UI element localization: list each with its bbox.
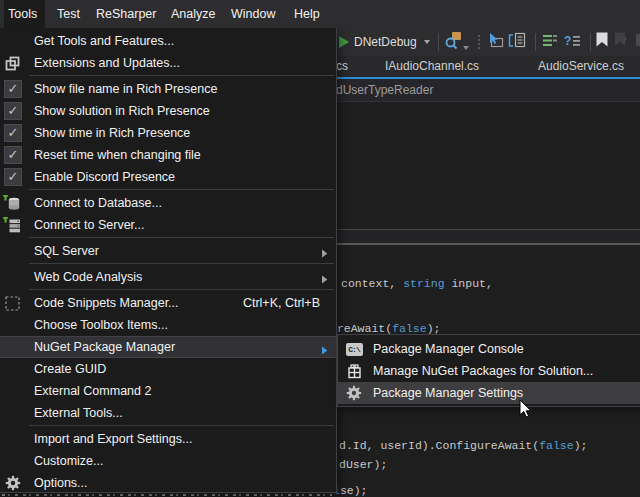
- vs-window: ToolsTestReSharperAnalyzeWindowHelp DNet…: [0, 0, 640, 497]
- chevron-down-icon[interactable]: [424, 40, 430, 44]
- menu-item-external-tools[interactable]: External Tools...: [0, 402, 336, 424]
- tab-cs[interactable]: cs: [336, 59, 348, 73]
- checkmark-icon: ✓: [4, 168, 22, 186]
- extensions-icon: [2, 54, 23, 72]
- submenu-item-label: Manage NuGet Packages for Solution...: [373, 364, 593, 378]
- menubar-item-tools[interactable]: Tools: [8, 0, 37, 28]
- submenu-item-label: Package Manager Console: [373, 342, 524, 356]
- menu-item-label: Import and Export Settings...: [34, 432, 192, 446]
- menu-item-label: Create GUID: [34, 362, 106, 376]
- menu-item-label: Get Tools and Features...: [34, 34, 174, 48]
- menu-item-label: Extensions and Updates...: [34, 56, 180, 70]
- menubar-item-window[interactable]: Window: [231, 0, 275, 28]
- bookmark-flag-icon[interactable]: [596, 32, 609, 51]
- menu-item-enable-discord-presence[interactable]: ✓Enable Discord Presence: [0, 166, 336, 188]
- menu-item-label: Code Snippets Manager...: [34, 296, 179, 310]
- toolbar-separator: [535, 33, 536, 51]
- menu-item-label: Connect to Database...: [34, 196, 162, 210]
- menu-item-label: Options...: [34, 476, 88, 490]
- menubar-item-analyze[interactable]: Analyze: [171, 0, 215, 28]
- menu-item-show-time-in-rich-presence[interactable]: ✓Show time in Rich Presence: [0, 122, 336, 144]
- menu-item-options[interactable]: Options...: [0, 472, 336, 494]
- breadcrumb[interactable]: dUserTypeReader: [336, 83, 433, 97]
- code-line: dUser);: [339, 458, 387, 472]
- run-icon[interactable]: [338, 35, 350, 53]
- format-lines-green-icon[interactable]: [542, 33, 558, 52]
- submenu-item-manage-nuget-packages-for-solution[interactable]: Manage NuGet Packages for Solution...: [338, 360, 640, 382]
- copy-lines-icon[interactable]: [507, 32, 526, 53]
- menu-item-create-guid[interactable]: Create GUID: [0, 358, 336, 380]
- code-segment: false: [539, 439, 574, 452]
- chevron-down-icon[interactable]: [463, 46, 469, 50]
- menu-item-shortcut: Ctrl+K, Ctrl+B: [243, 296, 320, 310]
- search-folder-icon[interactable]: [444, 31, 462, 54]
- menu-item-label: Choose Toolbox Items...: [34, 318, 168, 332]
- menu-item-choose-toolbox-items[interactable]: Choose Toolbox Items...: [0, 314, 336, 336]
- menu-item-label: External Tools...: [34, 406, 123, 420]
- checkmark-icon: ✓: [4, 146, 22, 164]
- menu-item-show-solution-in-rich-presence[interactable]: ✓Show solution in Rich Presence: [0, 100, 336, 122]
- code-segment: d.Id, userId).ConfigureAwait(: [339, 439, 539, 452]
- menu-item-import-and-export-settings[interactable]: Import and Export Settings...: [0, 428, 336, 450]
- code-segment: );: [574, 439, 588, 452]
- checkmark-icon: ✓: [4, 124, 22, 142]
- bookmark-ghost-icon[interactable]: [614, 32, 628, 51]
- nuget-submenu: C:\Package Manager ConsoleManage NuGet P…: [337, 334, 640, 407]
- menu-item-web-code-analysis[interactable]: Web Code Analysis: [0, 266, 336, 288]
- menu-item-label: Reset time when changing file: [34, 148, 201, 162]
- connect-server-icon: [2, 216, 23, 234]
- code-segment: se);: [340, 484, 368, 497]
- menu-item-label: Enable Discord Presence: [34, 170, 175, 184]
- menu-item-label: External Command 2: [34, 384, 151, 398]
- menu-item-connect-to-server[interactable]: Connect to Server...: [0, 214, 336, 236]
- code-segment: input,: [445, 277, 493, 290]
- code-segment: dUser);: [339, 458, 387, 471]
- run-configuration-label[interactable]: DNetDebug: [354, 35, 417, 49]
- code-line: d.Id, userId).ConfigureAwait(false);: [339, 439, 587, 453]
- code-segment: context,: [341, 277, 403, 290]
- menu-item-label: Show file name in Rich Presence: [34, 82, 217, 96]
- menu-item-show-file-name-in-rich-presence[interactable]: ✓Show file name in Rich Presence: [0, 78, 336, 100]
- menu-item-connect-to-database[interactable]: Connect to Database...: [0, 192, 336, 214]
- menu-item-customize[interactable]: Customize...: [0, 450, 336, 472]
- submenu-item-package-manager-console[interactable]: C:\Package Manager Console: [338, 338, 640, 360]
- menubar-item-test[interactable]: Test: [57, 0, 80, 28]
- toolbar-grip[interactable]: [478, 35, 480, 49]
- tools-menu: Get Tools and Features...Extensions and …: [0, 28, 337, 493]
- menu-item-label: Show solution in Rich Presence: [34, 104, 210, 118]
- code-line: lse);: [333, 484, 368, 497]
- submenu-item-package-manager-settings[interactable]: Package Manager Settings: [338, 382, 640, 404]
- submenu-arrow-icon: [322, 247, 328, 261]
- menubar-item-resharper[interactable]: ReSharper: [96, 0, 156, 28]
- menu-item-label: Customize...: [34, 454, 103, 468]
- menu-item-get-tools-and-features[interactable]: Get Tools and Features...: [0, 30, 336, 52]
- menu-item-label: NuGet Package Manager: [34, 340, 175, 354]
- menubar-item-help[interactable]: Help: [294, 0, 320, 28]
- help-lines-icon[interactable]: ?: [564, 33, 581, 52]
- menu-item-external-command-2[interactable]: External Command 2: [0, 380, 336, 402]
- submenu-arrow-icon: [322, 344, 328, 358]
- snippets-icon: [2, 294, 23, 312]
- menu-item-sql-server[interactable]: SQL Server: [0, 240, 336, 262]
- checkmark-icon: ✓: [4, 80, 22, 98]
- menu-item-extensions-and-updates[interactable]: Extensions and Updates...: [0, 52, 336, 74]
- menu-bar: ToolsTestReSharperAnalyzeWindowHelp: [0, 0, 640, 28]
- tab-IAudioChannel-cs[interactable]: IAudioChannel.cs: [385, 59, 479, 73]
- toolbar-separator: [590, 33, 591, 51]
- tab-AudioService-cs[interactable]: AudioService.cs: [538, 59, 624, 73]
- submenu-item-label: Package Manager Settings: [373, 386, 523, 400]
- toolbar-separator: [438, 33, 439, 51]
- cursor-box-icon[interactable]: [487, 32, 505, 53]
- menu-item-reset-time-when-changing-file[interactable]: ✓Reset time when changing file: [0, 144, 336, 166]
- toolbar-edge-icon[interactable]: [636, 33, 640, 51]
- menu-item-code-snippets-manager[interactable]: Code Snippets Manager...Ctrl+K, Ctrl+B: [0, 292, 336, 314]
- settings-gear-icon: [343, 385, 365, 401]
- code-line: context, string input,: [341, 277, 493, 291]
- menu-item-nuget-package-manager[interactable]: NuGet Package Manager: [0, 336, 336, 358]
- connect-database-icon: [2, 194, 23, 212]
- options-gear-icon: [2, 474, 23, 492]
- code-segment: string: [403, 277, 444, 290]
- menu-item-label: Connect to Server...: [34, 218, 144, 232]
- submenu-arrow-icon: [322, 273, 328, 287]
- nuget-package-icon: [343, 363, 365, 379]
